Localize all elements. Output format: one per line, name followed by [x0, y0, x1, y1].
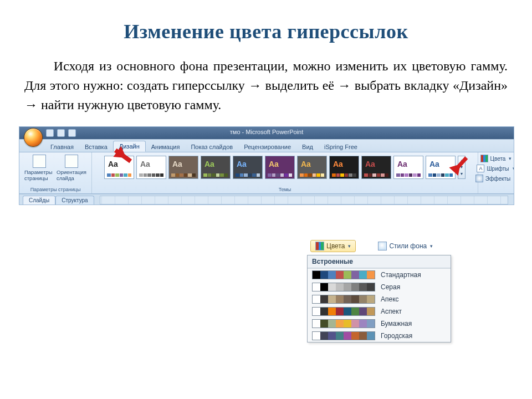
- group-page-setup: Параметры страницы Ориентация слайда Пар…: [19, 152, 92, 193]
- qat-save-icon[interactable]: [46, 129, 54, 137]
- theme-swatch-row: [236, 173, 260, 177]
- background-styles-button[interactable]: Стили фона ▾: [375, 241, 436, 252]
- colors-dropdown-button[interactable]: Цвета ▾: [310, 240, 356, 252]
- tab-вид[interactable]: Вид: [296, 142, 319, 152]
- tab-анимация[interactable]: Анимация: [146, 142, 186, 152]
- slide-orientation-button[interactable]: Ориентация слайда: [57, 155, 86, 181]
- colors-button[interactable]: Цвета▾: [480, 154, 512, 163]
- group-theme-options: Цвета▾ A Шрифты▾ Эффекты▾: [478, 152, 514, 193]
- theme-sample-text: Aa: [333, 160, 343, 168]
- horizontal-ruler: [100, 196, 508, 204]
- theme-swatch-row: [268, 173, 292, 177]
- theme-swatch-row: [428, 173, 453, 177]
- scheme-name: Апекс: [381, 295, 399, 303]
- colors-dropdown-panel: Цвета ▾ Стили фона ▾ Встроенные Стандарт…: [307, 239, 451, 342]
- theme-sample-text: Aa: [429, 160, 439, 168]
- quick-access-toolbar: тмо - Microsoft PowerPoint: [19, 127, 514, 139]
- theme-sample-text: Aa: [204, 160, 214, 168]
- theme-gallery: AaAaAaAaAaAaAaAaAaAaAa▴▾▾: [104, 155, 466, 180]
- group-label-themes: Темы: [95, 186, 474, 192]
- fonts-label: Шрифты: [487, 166, 509, 172]
- theme-thumbnail[interactable]: Aa: [168, 156, 198, 179]
- background-styles-label: Стили фона: [389, 242, 427, 250]
- fonts-button[interactable]: A Шрифты▾: [477, 163, 514, 173]
- color-scheme-list: СтандартнаяСераяАпексАспектБумажнаяГород…: [308, 268, 451, 342]
- colors-label: Цвета: [490, 156, 506, 162]
- theme-sample-text: Aa: [365, 160, 375, 168]
- tab-главная[interactable]: Главная: [45, 142, 79, 152]
- group-label-page-setup: Параметры страницы: [23, 186, 88, 192]
- theme-thumbnail[interactable]: Aa: [233, 156, 263, 179]
- tab-вставка[interactable]: Вставка: [79, 142, 113, 152]
- theme-swatch-row: [171, 173, 196, 177]
- scheme-name: Аспект: [381, 308, 402, 315]
- page-setup-label: Параметры страницы: [24, 169, 54, 181]
- scheme-swatches: [312, 319, 375, 328]
- scheme-name: Серая: [381, 283, 400, 291]
- page-title: Изменение цвета гиперссылок: [24, 20, 508, 43]
- colors-icon: [480, 155, 488, 162]
- scheme-swatches: [312, 270, 375, 279]
- theme-thumbnail[interactable]: Aa: [136, 156, 166, 179]
- theme-thumbnail[interactable]: Aa: [297, 156, 327, 179]
- theme-sample-text: Aa: [172, 160, 182, 168]
- theme-thumbnail[interactable]: Aa: [265, 156, 295, 179]
- powerpoint-ribbon: тмо - Microsoft PowerPoint ГлавнаяВставк…: [19, 126, 514, 205]
- tab-показ слайдов[interactable]: Показ слайдов: [185, 142, 238, 152]
- tab-ispring free[interactable]: iSpring Free: [319, 142, 363, 152]
- outline-slides-tabs: Слайды Структура: [23, 196, 94, 204]
- tabs-row: ГлавнаяВставкаДизайнАнимацияПоказ слайдо…: [19, 139, 514, 152]
- colors-dropdown-label: Цвета: [326, 242, 345, 250]
- theme-thumbnail[interactable]: Aa: [361, 156, 391, 179]
- background-styles-icon: [378, 242, 387, 250]
- theme-swatch-row: [396, 173, 421, 177]
- group-themes: AaAaAaAaAaAaAaAaAaAaAa▴▾▾ Темы: [92, 152, 478, 193]
- theme-swatch-row: [332, 173, 356, 177]
- scheme-name: Городская: [381, 332, 412, 340]
- theme-sample-text: Aa: [397, 160, 407, 168]
- theme-sample-text: Aa: [108, 160, 118, 168]
- effects-button[interactable]: Эффекты▾: [475, 173, 514, 183]
- theme-thumbnail[interactable]: Aa: [393, 156, 423, 179]
- scheme-swatches: [312, 295, 375, 304]
- scheme-name: Стандартная: [381, 271, 421, 279]
- qat-undo-icon[interactable]: [57, 129, 65, 137]
- orientation-icon: [65, 155, 78, 168]
- theme-swatch-row: [107, 173, 131, 177]
- theme-swatch-row: [203, 173, 228, 177]
- color-scheme-item[interactable]: Бумажная: [308, 318, 451, 330]
- tab-рецензирование[interactable]: Рецензирование: [238, 142, 296, 152]
- scheme-swatches: [312, 283, 375, 291]
- tab-slides[interactable]: Слайды: [23, 196, 55, 204]
- orientation-label: Ориентация слайда: [57, 169, 86, 181]
- instructions-paragraph: Исходя из основного фона презентации, мо…: [24, 57, 508, 114]
- page-setup-button[interactable]: Параметры страницы: [24, 155, 54, 181]
- theme-sample-text: Aa: [140, 160, 150, 168]
- scheme-swatches: [312, 307, 375, 316]
- color-scheme-item[interactable]: Городская: [308, 330, 451, 342]
- color-scheme-item[interactable]: Аспект: [308, 305, 451, 318]
- theme-thumbnail[interactable]: Aa: [201, 156, 231, 179]
- scheme-swatches: [312, 331, 375, 340]
- color-scheme-item[interactable]: Серая: [308, 281, 451, 293]
- window-title: тмо - Microsoft PowerPoint: [230, 129, 303, 135]
- color-scheme-item[interactable]: Стандартная: [308, 269, 451, 281]
- theme-sample-text: Aa: [301, 160, 311, 168]
- fonts-icon: A: [477, 165, 484, 172]
- color-scheme-item[interactable]: Апекс: [308, 293, 451, 305]
- tab-structure[interactable]: Структура: [55, 196, 94, 204]
- effects-icon: [475, 175, 483, 182]
- colors-section-header: Встроенные: [308, 255, 451, 268]
- effects-label: Эффекты: [485, 176, 510, 182]
- theme-sample-text: Aa: [237, 160, 247, 168]
- theme-swatch-row: [139, 173, 163, 177]
- qat-redo-icon[interactable]: [68, 129, 76, 137]
- colors-icon: [315, 242, 324, 250]
- theme-sample-text: Aa: [269, 160, 279, 168]
- theme-thumbnail[interactable]: Aa: [329, 156, 359, 179]
- theme-swatch-row: [300, 173, 324, 177]
- scheme-name: Бумажная: [381, 320, 412, 328]
- page-setup-icon: [33, 155, 46, 168]
- theme-swatch-row: [364, 173, 388, 177]
